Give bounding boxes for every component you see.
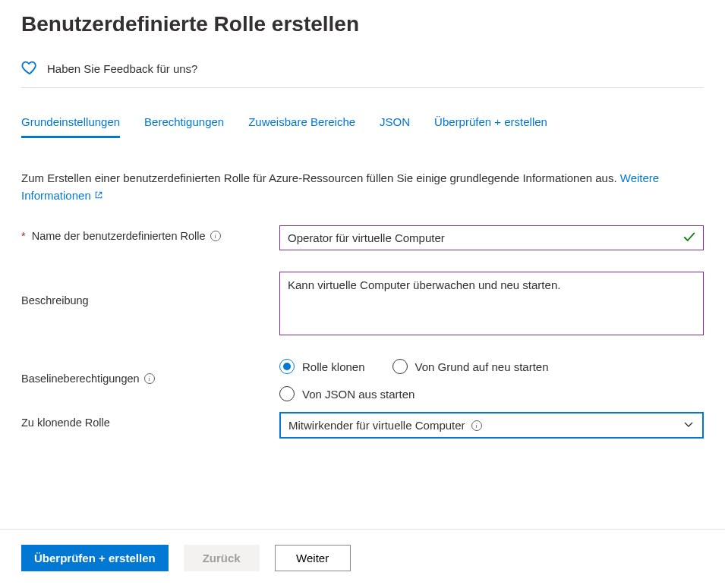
feedback-link[interactable]: Haben Sie Feedback für uns? [21,59,704,88]
baseline-label: Baselineberechtigungen i [21,359,279,385]
tab-review[interactable]: Überprüfen + erstellen [434,115,547,138]
chevron-down-icon [682,418,695,432]
name-label: * Name der benutzerdefinierten Rolle i [21,225,279,242]
required-indicator: * [21,230,26,242]
external-link-icon [94,189,103,202]
checkmark-icon [682,230,696,246]
heart-icon [21,59,38,78]
page-title: Benutzerdefinierte Rolle erstellen [21,12,704,36]
tab-basics[interactable]: Grundeinstellungen [21,115,120,138]
radio-start-json[interactable]: Von JSON aus starten [279,386,415,401]
tab-json[interactable]: JSON [380,115,410,138]
radio-icon [279,386,295,401]
info-icon[interactable]: i [471,420,482,431]
info-icon[interactable]: i [210,231,221,241]
radio-start-scratch[interactable]: Von Grund auf neu starten [392,359,549,374]
radio-clone-role[interactable]: Rolle klonen [279,359,365,374]
back-button: Zurück [184,545,260,571]
review-create-button[interactable]: Überprüfen + erstellen [21,545,169,571]
intro-text: Zum Erstellen einer benutzerdefinierten … [21,170,704,204]
clone-role-label: Zu klonende Rolle [21,412,279,429]
description-label: Beschreibung [21,272,279,307]
next-button[interactable]: Weiter [275,545,351,571]
info-icon[interactable]: i [144,373,155,384]
radio-icon [279,359,295,374]
tab-list: Grundeinstellungen Berechtigungen Zuweis… [21,115,704,138]
radio-icon [392,359,408,374]
tab-permissions[interactable]: Berechtigungen [144,115,224,138]
description-input[interactable] [279,272,704,335]
clone-role-select[interactable]: Mitwirkender für virtuelle Computer i [279,412,704,439]
footer-actions: Überprüfen + erstellen Zurück Weiter [0,529,725,588]
feedback-text: Haben Sie Feedback für uns? [47,62,197,75]
role-name-input[interactable] [279,225,704,250]
tab-scopes[interactable]: Zuweisbare Bereiche [248,115,355,138]
